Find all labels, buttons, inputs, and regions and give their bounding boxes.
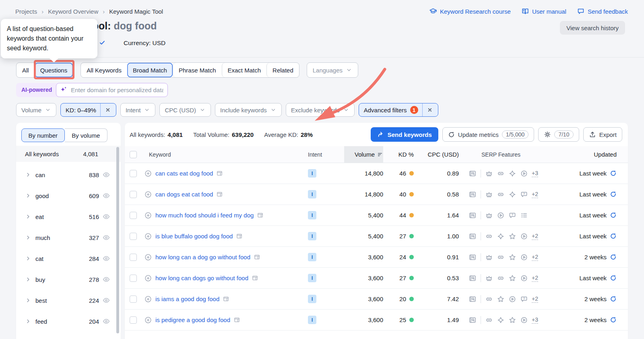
languages-dropdown[interactable]: Languages: [307, 62, 358, 78]
breadcrumb-item[interactable]: Keyword Magic Tool: [98, 8, 163, 15]
question-icon[interactable]: ?: [520, 295, 528, 303]
serp-preview-icon[interactable]: [469, 295, 477, 303]
filter-pill[interactable]: KD: 0–49%: [60, 103, 116, 117]
video-icon[interactable]: [520, 170, 528, 178]
link-icon[interactable]: [497, 274, 505, 282]
row-checkbox[interactable]: [130, 316, 137, 324]
column-kd[interactable]: KD %: [383, 146, 414, 163]
column-volume[interactable]: Volume: [344, 146, 383, 163]
serp-preview-icon[interactable]: [469, 232, 477, 240]
row-checkbox[interactable]: [130, 275, 137, 282]
crown-icon[interactable]: [485, 190, 493, 198]
match-tab[interactable]: Related: [266, 63, 299, 77]
row-checkbox[interactable]: [130, 296, 137, 303]
column-cpc[interactable]: CPC (USD): [414, 146, 459, 163]
serp-page-icon[interactable]: [254, 254, 260, 260]
link-icon[interactable]: [485, 316, 493, 324]
match-tab[interactable]: Broad Match: [127, 63, 173, 77]
eye-icon[interactable]: [102, 171, 110, 179]
plus-circle-icon[interactable]: [144, 274, 152, 282]
sidebar-toggle-option[interactable]: By number: [21, 128, 65, 142]
serp-more[interactable]: +2: [532, 233, 538, 240]
link-icon[interactable]: [497, 190, 505, 198]
serp-more[interactable]: +3: [532, 316, 538, 324]
serp-page-icon[interactable]: [216, 191, 223, 198]
header-link[interactable]: User manual: [521, 7, 566, 15]
row-checkbox[interactable]: [130, 254, 137, 261]
keyword-link[interactable]: how long can a dog go without food: [155, 254, 250, 260]
star-icon[interactable]: [508, 232, 516, 240]
all-keywords-row[interactable]: All keywords 4,081: [16, 146, 121, 162]
plus-circle-icon[interactable]: [144, 170, 152, 178]
plus-circle-icon[interactable]: [144, 316, 152, 324]
eye-icon[interactable]: [102, 254, 110, 263]
keyword-link[interactable]: how long can dogs go without food: [155, 275, 248, 281]
crown-icon[interactable]: [485, 274, 493, 282]
view-search-history-button[interactable]: View search history: [560, 21, 625, 35]
refresh-icon[interactable]: [610, 191, 617, 198]
header-link[interactable]: Send feedback: [577, 7, 628, 15]
link-icon[interactable]: [485, 295, 493, 303]
keyword-group-row[interactable]: eat 516: [16, 206, 121, 227]
serp-more[interactable]: +3: [532, 170, 538, 177]
keyword-group-row[interactable]: can 838: [16, 164, 121, 185]
star-icon[interactable]: [508, 274, 516, 282]
scope-tab[interactable]: Questions: [35, 63, 73, 77]
plus-circle-icon[interactable]: [144, 211, 152, 219]
filter-pill[interactable]: Advanced filters 1: [359, 103, 438, 117]
sidebar-scrollbar[interactable]: [116, 147, 119, 333]
header-link[interactable]: Keyword Research course: [429, 7, 511, 15]
serp-more[interactable]: +2: [532, 275, 538, 282]
column-intent[interactable]: Intent: [308, 146, 344, 163]
plus-circle-icon[interactable]: [144, 190, 152, 198]
serp-more[interactable]: +2: [532, 191, 538, 198]
serp-more[interactable]: +2: [532, 254, 538, 261]
crown-icon[interactable]: [485, 211, 493, 219]
column-settings-button[interactable]: 7/10: [538, 127, 579, 142]
keyword-link[interactable]: is iams a good dog food: [155, 296, 219, 302]
star-icon[interactable]: [497, 295, 505, 303]
crown-icon[interactable]: [485, 253, 493, 261]
keyword-group-row[interactable]: feed 204: [16, 311, 121, 332]
breadcrumb-item[interactable]: Keyword Overview: [37, 8, 98, 15]
select-all-checkbox[interactable]: [130, 151, 137, 158]
serp-page-icon[interactable]: [233, 316, 240, 323]
column-serp-features[interactable]: SERP Features: [459, 146, 555, 163]
match-tab[interactable]: Exact Match: [222, 63, 267, 77]
keyword-link[interactable]: is pedigree a good dog food: [155, 316, 230, 323]
refresh-icon[interactable]: [610, 296, 617, 302]
filter-pill[interactable]: Volume: [16, 103, 56, 117]
keyword-group-row[interactable]: best 224: [16, 290, 121, 311]
filter-pill[interactable]: Include keywords: [215, 103, 282, 117]
star-icon[interactable]: [508, 253, 516, 261]
serp-preview-icon[interactable]: [469, 274, 477, 282]
serp-preview-icon[interactable]: [469, 190, 477, 198]
plus-circle-icon[interactable]: [144, 253, 152, 261]
serp-page-icon[interactable]: [223, 296, 229, 302]
refresh-icon[interactable]: [610, 316, 617, 323]
refresh-icon[interactable]: [610, 275, 617, 281]
serp-page-icon[interactable]: [236, 233, 243, 240]
eye-icon[interactable]: [102, 317, 110, 325]
domain-input[interactable]: [56, 83, 168, 97]
keyword-group-row[interactable]: much 327: [16, 227, 121, 248]
row-checkbox[interactable]: [130, 233, 137, 240]
serp-page-icon[interactable]: [252, 275, 258, 281]
scope-tab[interactable]: All: [17, 63, 35, 77]
link-icon[interactable]: [485, 232, 493, 240]
serp-page-icon[interactable]: [257, 212, 264, 219]
serp-page-icon[interactable]: [216, 170, 223, 177]
keyword-link[interactable]: can dogs eat cat food: [155, 191, 213, 198]
refresh-icon[interactable]: [610, 254, 617, 260]
filter-pill[interactable]: CPC (USD): [159, 103, 211, 117]
question-icon[interactable]: ?: [520, 190, 528, 198]
filter-pill[interactable]: Intent: [120, 103, 156, 117]
eye-icon[interactable]: [102, 192, 110, 200]
keyword-group-row[interactable]: cat 284: [16, 248, 121, 269]
keyword-group-row[interactable]: buy 278: [16, 269, 121, 290]
breadcrumb-item[interactable]: Projects: [15, 8, 37, 15]
eye-icon[interactable]: [102, 296, 110, 304]
keyword-link[interactable]: can cats eat dog food: [155, 170, 213, 177]
video-icon[interactable]: [520, 253, 528, 261]
diamond-icon[interactable]: [497, 316, 505, 324]
